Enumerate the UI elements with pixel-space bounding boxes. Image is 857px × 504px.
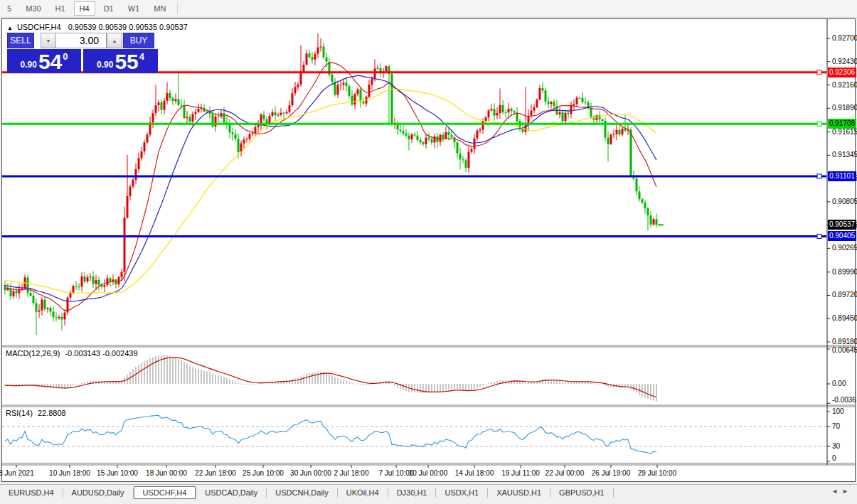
macd-axis-label: 0.00: [832, 380, 846, 387]
price-axis-label: 0.89180: [832, 338, 857, 345]
chart-ohlc-quotes: 0.90539 0.90539 0.90535 0.90537: [68, 23, 188, 31]
time-axis-label: 26 Jul 19:00: [592, 469, 631, 477]
tab-scroll-arrows[interactable]: ◄►: [831, 488, 853, 495]
line-anchor-handle[interactable]: [817, 234, 821, 238]
buy-price-box[interactable]: 0.90554: [83, 49, 158, 73]
volume-input[interactable]: 3.00: [55, 33, 107, 48]
price-tag: 0.90405: [828, 231, 856, 241]
buy-price-prefix: 0.90: [97, 60, 113, 70]
rsi-axis-label: 70: [832, 422, 840, 430]
time-axis-label: 8 Jun 2021: [0, 469, 34, 477]
chart-tab-eurusd[interactable]: EURUSD,H4: [0, 486, 63, 499]
buy-button[interactable]: BUY: [123, 33, 154, 48]
tab-scroll-left-icon[interactable]: ◄: [831, 488, 842, 495]
rsi-value: 22.8808: [38, 409, 66, 417]
buy-price-main: 55: [115, 52, 138, 72]
chart-tab-usdcad[interactable]: USDCAD,Daily: [196, 486, 266, 499]
time-axis-label: 10 Jun 18:00: [49, 469, 90, 477]
macd-values: -0.003143 -0.002439: [65, 349, 137, 358]
price-axis-label: 0.92700: [832, 34, 857, 42]
macd-axis-label: 0.006455: [832, 346, 857, 354]
chart-title: ▲USDCHF,H40.90539 0.90539 0.90535 0.9053…: [7, 23, 188, 31]
price-tag: 0.90537: [828, 220, 856, 230]
time-axis-label: 14 Jul 18:00: [455, 469, 494, 477]
price-axis-label: 0.92160: [832, 81, 857, 89]
time-axis-label: 10 Jul 00:00: [409, 469, 448, 477]
time-axis-label: 25 Jun 10:00: [243, 469, 284, 477]
macd-indicator-label: MACD(12,26,9)-0.003143 -0.002439: [6, 349, 138, 358]
arrow-down-icon: ▼: [46, 38, 51, 43]
chart-tab-usdchf[interactable]: USDCHF,H4: [134, 486, 196, 499]
price-axis-label: 0.89990: [832, 268, 857, 276]
chart-tab-dj30[interactable]: DJ30,H1: [388, 486, 436, 499]
time-axis-label: 29 Jul 10:00: [638, 469, 677, 477]
price-tag: 0.91101: [828, 171, 856, 181]
trade-controls-row: SELL ▼ 3.00 ▲ BUY: [7, 33, 158, 48]
chart-tab-usdcnh[interactable]: USDCNH,Daily: [267, 486, 337, 499]
price-tag: 0.92306: [828, 68, 856, 77]
sell-price-pip: 0: [63, 51, 68, 62]
sell-price-main: 54: [38, 52, 62, 72]
rsi-axis-label: 30: [832, 442, 840, 450]
chart-tab-xauusd[interactable]: XAUUSD,H1: [488, 486, 550, 499]
chart-symbol-label: USDCHF,H4: [17, 23, 61, 31]
toolbar-separator: [177, 3, 178, 14]
price-axis-label: 0.90805: [832, 198, 857, 205]
rsi-indicator-label: RSI(14)22.8808: [6, 409, 66, 417]
price-axis-label: 0.89450: [832, 314, 857, 322]
collapse-triangle-icon[interactable]: ▲: [7, 25, 13, 31]
price-axis-label: 0.91890: [832, 104, 857, 112]
chart-tab-usdx[interactable]: USDX,H1: [436, 486, 487, 499]
timeframe-button-mn[interactable]: MN: [148, 1, 171, 16]
line-anchor-handle[interactable]: [817, 70, 821, 75]
chart-tab-gbpusd[interactable]: GBPUSD,H1: [550, 486, 613, 499]
price-axis-label: 0.90265: [832, 244, 857, 252]
sell-price-prefix: 0.90: [21, 60, 37, 70]
timeframe-button-h4[interactable]: H4: [74, 1, 95, 16]
macd-axis-label: -0.0036: [832, 396, 856, 404]
line-anchor-handle[interactable]: [817, 122, 821, 126]
timeframe-toolbar: 5M30H1H4D1W1MN: [0, 0, 857, 18]
chart-tab-audusd[interactable]: AUDUSD,Daily: [63, 486, 133, 499]
macd-name: MACD(12,26,9): [6, 349, 60, 358]
price-axis-label: 0.91345: [832, 151, 857, 159]
price-axis-label: 0.92430: [832, 58, 857, 65]
tab-scroll-right-icon[interactable]: ►: [842, 488, 853, 495]
arrow-up-icon: ▲: [112, 38, 117, 43]
rsi-axis-label: 0: [832, 454, 836, 462]
volume-decrease-button[interactable]: ▼: [41, 33, 56, 48]
sell-button[interactable]: SELL: [7, 33, 34, 48]
time-axis-label: 15 Jun 10:00: [97, 469, 138, 477]
trading-terminal: 5M30H1H4D1W1MN ▲USDCHF,H40.90539 0.90539…: [0, 0, 857, 504]
chart-tabs: EURUSD,H4AUDUSD,DailyUSDCHF,H4USDCAD,Dai…: [0, 484, 857, 500]
line-anchor-handle[interactable]: [817, 174, 821, 178]
time-axis-label: 30 Jun 00:00: [290, 469, 331, 477]
volume-increase-button[interactable]: ▲: [107, 33, 122, 48]
time-axis-label: 2 Jul 18:00: [334, 469, 369, 477]
timeframe-button-h1[interactable]: H1: [50, 1, 71, 16]
timeframe-button-w1[interactable]: W1: [122, 1, 146, 16]
buy-price-pip: 4: [139, 51, 144, 62]
time-axis-label: 22 Jul 00:00: [545, 469, 585, 477]
time-axis-label: 22 Jun 18:00: [195, 469, 236, 477]
price-chart-canvas[interactable]: [2, 19, 855, 481]
timeframe-button-5[interactable]: 5: [1, 1, 17, 16]
timeframe-button-d1[interactable]: D1: [98, 1, 119, 16]
tab-separator: [613, 488, 614, 498]
price-tag: 0.91708: [828, 119, 856, 129]
timeframe-button-m30[interactable]: M30: [20, 1, 46, 16]
rsi-axis-label: 100: [832, 407, 844, 415]
chart-tab-ukoil[interactable]: UKOil,H4: [338, 486, 388, 499]
sell-price-box[interactable]: 0.90540: [7, 49, 81, 73]
rsi-name: RSI(14): [6, 409, 33, 417]
price-axis-label: 0.89720: [832, 291, 857, 299]
time-axis-label: 18 Jun 00:00: [146, 469, 187, 477]
chart-background: [2, 19, 855, 481]
chart-window[interactable]: ▲USDCHF,H40.90539 0.90539 0.90535 0.9053…: [1, 18, 856, 482]
time-axis-label: 19 Jul 11:00: [501, 469, 540, 477]
one-click-trading-panel: SELL ▼ 3.00 ▲ BUY 0.90540 0.90554: [7, 31, 158, 74]
